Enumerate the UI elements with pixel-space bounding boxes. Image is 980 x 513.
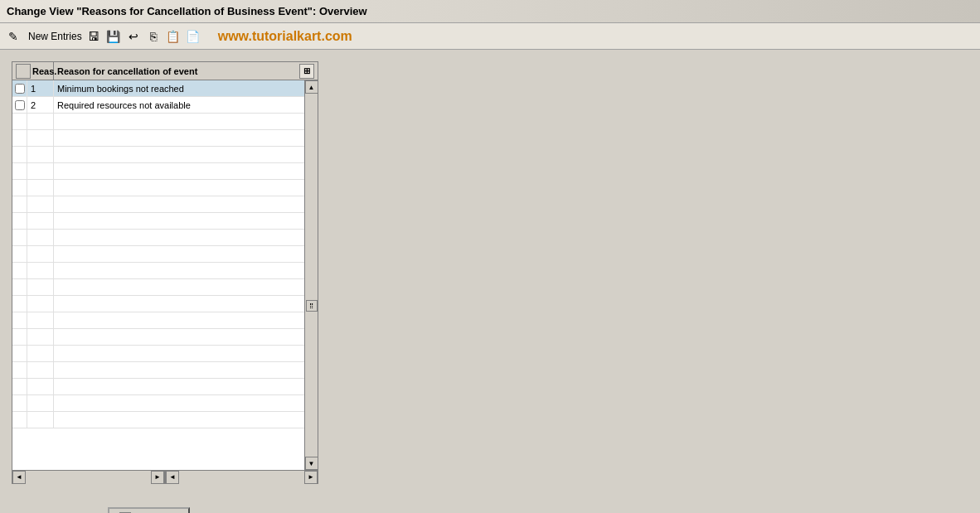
- col-reas-header: Reas.: [12, 62, 54, 80]
- table-row-empty: [12, 147, 304, 163]
- title-text: Change View "Reasons for Cancellation of…: [7, 5, 367, 17]
- table-row-empty: [12, 196, 304, 213]
- table-row-empty: [12, 263, 304, 279]
- row2-reason-cell: Required resources not available: [54, 97, 304, 113]
- new-entries-label[interactable]: New Entries: [28, 31, 82, 42]
- table-header: Reas. Reason for cancellation of event ⊞: [12, 62, 318, 80]
- col-reason-header: Reason for cancellation of event ⊞: [54, 62, 318, 80]
- scroll-left2-btn[interactable]: ◄: [166, 471, 179, 484]
- row1-reas-value: 1: [31, 84, 36, 94]
- footer: Position... Entry 1 of 2: [0, 499, 980, 513]
- table-row-empty: [12, 346, 304, 362]
- table-row-empty: [12, 279, 304, 296]
- row1-reason-cell: Minimum bookings not reached: [54, 80, 304, 96]
- table-row-empty: [12, 296, 304, 312]
- resize-handle-icon: ⣿: [306, 300, 318, 312]
- row1-checkbox[interactable]: [15, 84, 25, 94]
- table-row-empty: [12, 163, 304, 180]
- table-row-empty: [12, 130, 304, 147]
- toolbar: ✎ New Entries 🖫 💾 ↩ ⎘ 📋 📄 www.tutorialka…: [0, 23, 980, 50]
- table-row-empty: [12, 114, 304, 130]
- table-row-empty: [12, 412, 304, 428]
- table-row-empty: [12, 329, 304, 346]
- table-row-empty: [12, 312, 304, 329]
- save-local-icon[interactable]: 💾: [105, 28, 122, 45]
- scroll-right2-btn[interactable]: ►: [304, 471, 318, 484]
- undo-icon[interactable]: ↩: [125, 28, 142, 45]
- table-row-empty: [12, 246, 304, 263]
- column-settings-icon[interactable]: ⊞: [299, 64, 314, 79]
- title-bar: Change View "Reasons for Cancellation of…: [0, 0, 980, 23]
- row1-reason-value: Minimum bookings not reached: [57, 84, 184, 94]
- scroll-left-btn[interactable]: ◄: [12, 471, 26, 484]
- table-row-empty: [12, 395, 304, 412]
- main-content: Reas. Reason for cancellation of event ⊞…: [0, 50, 980, 496]
- table-row[interactable]: 2 Required resources not available: [12, 97, 304, 114]
- row2-reason-value: Required resources not available: [57, 100, 191, 110]
- reason-header-label: Reason for cancellation of event: [57, 66, 197, 76]
- details-icon[interactable]: 📄: [185, 28, 201, 45]
- table-row-empty: [12, 379, 304, 395]
- position-button[interactable]: Position...: [108, 507, 190, 513]
- table-row-empty: [12, 362, 304, 379]
- scroll-right-btn[interactable]: ►: [151, 471, 164, 484]
- table-row-empty: [12, 230, 304, 246]
- horizontal-scrollbar: ◄ ► ◄ ►: [12, 470, 318, 483]
- reas-header-label: Reas.: [32, 66, 56, 76]
- watermark: www.tutorialkart.com: [218, 29, 352, 44]
- h-scroll-track: [26, 471, 151, 484]
- row2-checkbox-cell: [12, 97, 27, 113]
- h-scroll-track2: [179, 471, 304, 484]
- vertical-scrollbar: ▲ ⣿ ▼: [304, 80, 318, 470]
- table-rows: 1 Minimum bookings not reached 2 Req: [12, 80, 304, 470]
- scroll-up-btn[interactable]: ▲: [305, 80, 318, 94]
- scroll-track: ⣿: [305, 94, 318, 457]
- paste-icon[interactable]: 📋: [165, 28, 182, 45]
- row1-reas-cell: 1: [27, 80, 54, 96]
- scroll-down-btn[interactable]: ▼: [305, 457, 318, 470]
- table-container: Reas. Reason for cancellation of event ⊞…: [12, 61, 318, 484]
- row2-checkbox[interactable]: [15, 100, 25, 110]
- row1-checkbox-cell: [12, 80, 27, 96]
- save-icon[interactable]: 🖫: [85, 28, 102, 45]
- copy-icon[interactable]: ⎘: [145, 28, 162, 45]
- new-entries-icon[interactable]: ✎: [5, 28, 22, 45]
- row2-reas-cell: 2: [27, 97, 54, 113]
- table-scroll-area: 1 Minimum bookings not reached 2 Req: [12, 80, 318, 470]
- table-row[interactable]: 1 Minimum bookings not reached: [12, 80, 304, 97]
- table-row-empty: [12, 213, 304, 230]
- table-row-empty: [12, 180, 304, 196]
- row2-reas-value: 2: [31, 100, 36, 110]
